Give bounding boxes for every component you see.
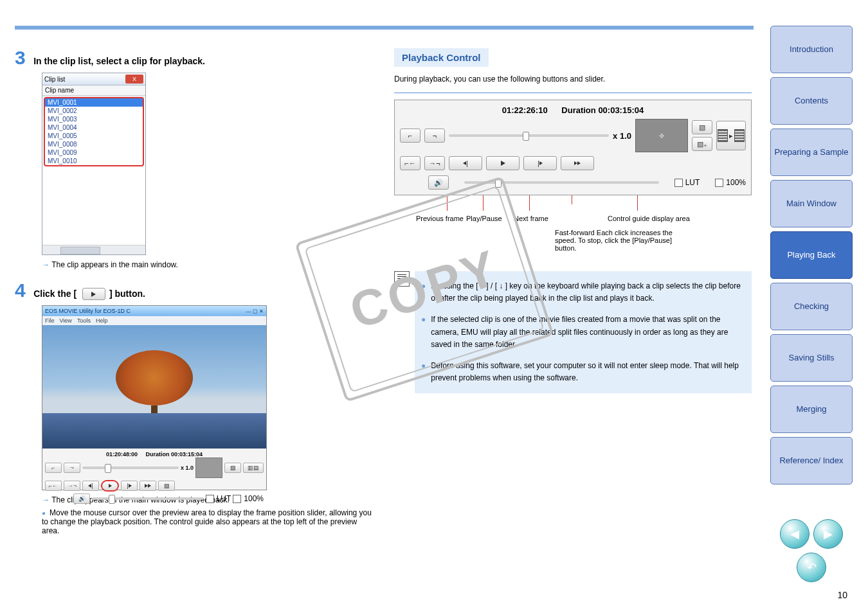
back-button[interactable]: ↶ (797, 553, 826, 582)
clip-list-title: Clip list (44, 76, 65, 83)
note1-a: Pressing the [ (431, 281, 478, 290)
step3-number: 3 (15, 47, 26, 68)
list-item[interactable]: MVI_0004 (45, 123, 143, 132)
list-item[interactable]: MVI_0010 (45, 157, 143, 165)
window-controls-icon[interactable]: — ▢ ✕ (246, 308, 264, 314)
label-play: Play/Pause (466, 215, 502, 222)
list-item[interactable]: MVI_0008 (45, 140, 143, 148)
hundred-checkbox[interactable]: 100% (715, 178, 746, 187)
save-still-multi-icon[interactable]: ▧₊ (692, 137, 712, 151)
prev-frame-button[interactable]: | (449, 156, 482, 170)
page-number: 10 (837, 590, 847, 600)
preview-area[interactable] (42, 325, 266, 449)
note-icon (394, 271, 410, 287)
play-button[interactable] (101, 480, 119, 492)
speed-slider[interactable] (82, 466, 179, 469)
lut-checkbox[interactable]: LUT (206, 494, 231, 503)
next-frame-button[interactable]: | (121, 481, 138, 491)
list-item[interactable]: MVI_0001 (45, 98, 143, 107)
note-2: ● If the selected clip is one of the mov… (421, 314, 743, 351)
next-frame-button[interactable]: | (523, 156, 557, 170)
menu-file[interactable]: File (45, 317, 55, 324)
merge-clips-icon[interactable]: ▸ (716, 121, 746, 150)
emu-menubar: File View Tools Help (42, 316, 266, 325)
list-item[interactable]: MVI_0003 (45, 115, 143, 123)
list-item[interactable]: MVI_0002 (45, 107, 143, 115)
menu-tools[interactable]: Tools (77, 317, 91, 324)
out-icon[interactable]: ¬ (64, 463, 80, 473)
speed-slider[interactable] (449, 134, 609, 137)
still-save-icon[interactable]: ▧ (224, 463, 241, 473)
out-clear-icon[interactable]: ¬ (424, 129, 445, 143)
note1-b: ] / [ (486, 281, 497, 290)
emu-main-window: EOS MOVIE Utility for EOS-1D C — ▢ ✕ Fil… (42, 305, 267, 490)
save-still-icon[interactable]: ▧ (692, 120, 712, 134)
list-item[interactable]: MVI_0005 (45, 132, 143, 140)
step3-result-text: The clip appears in the main window. (51, 260, 178, 269)
goto-in-icon[interactable]: ⌐← (45, 481, 62, 491)
nav-playing-back[interactable]: Playing Back (770, 231, 853, 279)
control-guide-area (635, 119, 688, 152)
step3-result: → The clip appears in the main window. (42, 260, 375, 269)
volume-slider[interactable] (92, 497, 204, 500)
section-rule (394, 93, 752, 93)
side-nav: Introduction Contents Preparing a Sample… (770, 26, 853, 484)
nav-contents[interactable]: Contents (770, 77, 853, 125)
goto-out-icon[interactable]: →¬ (424, 156, 445, 170)
main-window-figure: EOS MOVIE Utility for EOS-1D C — ▢ ✕ Fil… (42, 305, 375, 490)
fast-forward-button[interactable] (561, 156, 594, 170)
clip-list-figure: Clip list X Clip name MVI_0001 MVI_0002 … (42, 73, 375, 255)
nav-reference[interactable]: Reference/ Index (770, 437, 853, 484)
emu-title: EOS MOVIE Utility for EOS-1D C (45, 308, 131, 314)
list-item[interactable]: MVI_0009 (45, 148, 143, 157)
nav-preparing[interactable]: Preparing a Sample (770, 129, 853, 176)
play-pause-button[interactable] (486, 156, 520, 170)
left-column: 3 In the clip list, select a clip for pl… (15, 48, 375, 535)
prev-page-button[interactable]: ◀ (780, 519, 809, 549)
label-fast-forward: Fast-forward Each click increases the sp… (555, 229, 683, 252)
volume-icon[interactable]: 🔊 (428, 175, 449, 190)
pc-dur-label: Duration (561, 105, 595, 115)
hundred-checkbox[interactable]: 100% (233, 494, 264, 503)
emu-tc: 01:20:48:00 (106, 451, 138, 458)
nav-saving-stills[interactable]: Saving Stills (770, 334, 853, 382)
menu-help[interactable]: Help (96, 317, 108, 324)
step4-bullet: Move the mouse cursor over the preview a… (42, 508, 375, 535)
note2-text: If the selected clip is one of the movie… (431, 314, 743, 351)
callout-labels: Previous frame Play/Pause Next frame Con… (394, 215, 752, 230)
step-4: 4 Click the [ ] button. EOS MOVIE Utilit… (15, 281, 375, 535)
notes-section: ● Pressing the [ ↑ ] / [ ↓ ] key on the … (394, 271, 752, 393)
play-icon (82, 288, 105, 300)
volume-icon[interactable]: 🔊 (73, 493, 90, 504)
step3-title: In the clip list, select a clip for play… (33, 56, 205, 66)
goto-out-icon[interactable]: →¬ (64, 481, 80, 491)
close-icon[interactable]: X (125, 75, 143, 84)
nav-main-window[interactable]: Main Window (770, 180, 853, 227)
control-guide-mini (195, 458, 222, 478)
top-divider (15, 26, 754, 30)
nav-checking[interactable]: Checking (770, 283, 853, 330)
emu-speed: x 1.0 (181, 465, 194, 471)
pc-dur: 00:03:15:04 (598, 105, 644, 115)
menu-view[interactable]: View (60, 317, 72, 324)
still-multi-icon[interactable]: ▧ (158, 481, 175, 491)
prev-frame-button[interactable]: | (82, 481, 99, 491)
scrollbar[interactable] (42, 245, 145, 254)
step4-title-pre: Click the [ (33, 289, 77, 299)
in-icon[interactable]: ⌐ (45, 463, 62, 473)
label-guide: Control guide display area (608, 215, 690, 222)
volume-slider[interactable] (464, 181, 659, 184)
emu-titlebar: EOS MOVIE Utility for EOS-1D C — ▢ ✕ (42, 306, 266, 316)
lut-checkbox[interactable]: LUT (674, 178, 700, 187)
clip-list-header: Clip name (42, 85, 145, 96)
note-1: ● Pressing the [ ↑ ] / [ ↓ ] key on the … (421, 280, 743, 305)
next-page-button[interactable]: ▶ (813, 519, 843, 549)
fast-forward-button[interactable] (140, 481, 156, 491)
nav-introduction[interactable]: Introduction (770, 26, 853, 73)
nav-merging[interactable]: Merging (770, 386, 853, 433)
in-clear-icon[interactable]: ⌐ (400, 129, 420, 143)
goto-in-icon[interactable]: ⌐← (400, 156, 420, 170)
clip-list[interactable]: MVI_0001 MVI_0002 MVI_0003 MVI_0004 MVI_… (42, 97, 145, 245)
callout-leaders (394, 195, 752, 215)
merge-icon[interactable]: ▥▤ (243, 463, 264, 473)
